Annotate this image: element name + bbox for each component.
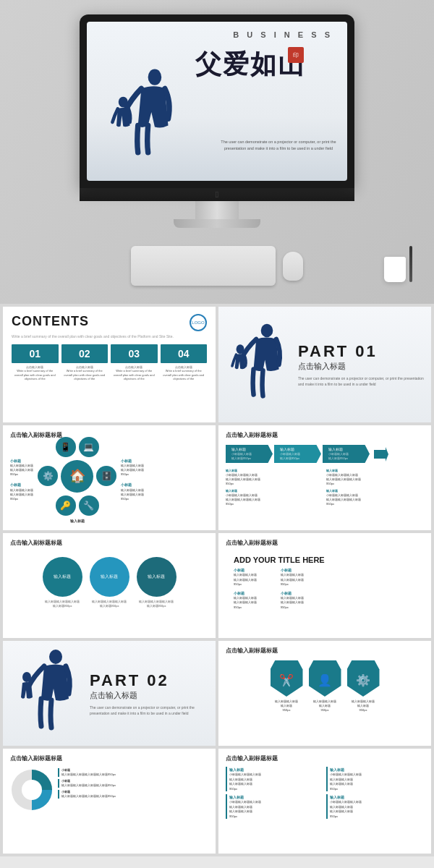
- box-desc-1: 点击输入标题Write a brief summary of the overa…: [12, 365, 59, 381]
- arrow-1: 输入标题小标题输入标题输入标题950px: [226, 445, 273, 463]
- shield-shape-3: ⚙️: [347, 660, 380, 697]
- b2-item-3: 输入标题小标题输入标题输入标题输入标题输入标题输入标题输入标题950px: [226, 794, 323, 819]
- shields-row: ✂️ 输入标题输入标题输入标题950px 👤 输入标题输入标题输入标题950px…: [226, 660, 424, 712]
- b2-item-2: 输入标题小标题输入标题输入标题输入标题输入标题输入标题输入标题950px: [326, 767, 424, 791]
- tg-4: 输入标题小标题输入标题输入标题输入标题输入标题输入标题950px: [326, 489, 424, 506]
- part02-content: PART 02 点击输入标题 The user can demonstrate …: [82, 671, 208, 716]
- image-text-row: ADD YOUR TITLE HERE 小标题输入标题输入标题输入标题输入标题9…: [226, 551, 424, 623]
- shield-shape-2: 👤: [309, 660, 341, 697]
- bottom-2-grid: 输入标题小标题输入标题输入标题输入标题输入标题输入标题输入标题950px 输入标…: [226, 767, 424, 819]
- shield-3: ⚙️ 输入标题输入标题输入标题950px: [347, 660, 380, 712]
- keyboard-area: [131, 246, 303, 286]
- bti-1: 小标题输入标题输入标题输入标题输入标题950px: [58, 768, 208, 777]
- box-desc-3: 点击输入标题Write a brief summary of the overa…: [111, 365, 158, 381]
- monitor-frame: B U S I N E S S 父爱如山: [80, 14, 354, 188]
- screen-desc: The user can demonstrate on a projector …: [221, 139, 336, 152]
- arrow-3: 输入标题小标题输入标题输入标题950px: [323, 445, 370, 463]
- left-label-2: 小标题 输入标题输入标题输入标题输入标题950px: [10, 482, 33, 501]
- shield-label-2: 输入标题输入标题输入标题950px: [313, 699, 336, 712]
- part01-number: PART 01: [298, 342, 424, 361]
- part02-title: 点击输入标题: [90, 690, 208, 701]
- slide-icons-diagram: 点击输入副标题标题 小标题 输入标题输入标题输入标题输入标题950px 小标题 …: [3, 425, 216, 530]
- icon-bottom-right: 🔧: [79, 495, 99, 516]
- part02-number: PART 02: [90, 671, 208, 690]
- arrows-container: 输入标题小标题输入标题输入标题950px 输入标题小标题输入标题输入标题950p…: [226, 445, 424, 506]
- circle-2: 输入标题 输入标题输入标题输入标题输入标题950px: [90, 557, 129, 608]
- bti-3: 小标题输入标题输入标题输入标题输入标题950px: [58, 790, 208, 799]
- part01-silhouette: [226, 321, 291, 408]
- circle-desc-2: 输入标题输入标题输入标题输入标题950px: [92, 600, 127, 608]
- monitor-screen: B U S I N E S S 父爱如山: [87, 22, 347, 181]
- left-labels: 小标题 输入标题输入标题输入标题输入标题950px 小标题 输入标题输入标题输入…: [10, 459, 33, 501]
- part01-title: 点击输入标题: [298, 361, 424, 372]
- slide-bottom-2: 点击输入副标题标题 输入标题小标题输入标题输入标题输入标题输入标题输入标题输入标…: [218, 749, 431, 854]
- box-desc-2: 点击输入标题Write a brief summary of the overa…: [61, 365, 109, 381]
- part02-silhouette: [10, 647, 82, 741]
- svg-point-1: [119, 97, 128, 108]
- contents-title: CONTENTS: [12, 314, 89, 329]
- slides-grid: CONTENTS LOGO Write a brief summary of t…: [0, 304, 434, 856]
- slide-contents: CONTENTS LOGO Write a brief summary of t…: [3, 307, 216, 422]
- monitor-section: B U S I N E S S 父爱如山: [0, 0, 434, 304]
- center-icons: 📱 💻 ⚙️ 🏠 🗄️ 🔑 🔧 输入标题: [38, 437, 116, 523]
- screen-seal: 印: [288, 47, 304, 63]
- box-label-3: 03: [111, 344, 158, 363]
- left-label-1: 小标题 输入标题输入标题输入标题输入标题950px: [10, 459, 33, 477]
- screen-silhouette-svg: [101, 65, 188, 159]
- bottom-text-col: 小标题输入标题输入标题输入标题输入标题950px 小标题输入标题输入标题输入标题…: [58, 768, 208, 799]
- part01-content: PART 01 点击输入标题 The user can demonstrate …: [291, 342, 424, 387]
- svg-point-5: [49, 650, 62, 664]
- svg-point-2: [261, 324, 273, 337]
- bottom-content-1: 小标题输入标题输入标题输入标题输入标题950px 小标题输入标题输入标题输入标题…: [10, 768, 208, 812]
- contents-subtitle: Write a brief summary of the overall pla…: [12, 334, 207, 340]
- contents-header: CONTENTS LOGO: [12, 314, 207, 331]
- tb-2: 小标题输入标题输入标题输入标题输入标题950px: [281, 567, 325, 587]
- tg-1: 输入标题小标题输入标题输入标题输入标题输入标题输入标题950px: [226, 469, 323, 486]
- big-circle-3: 输入标题: [137, 557, 176, 597]
- circle-1: 输入标题 输入标题输入标题输入标题输入标题950px: [43, 557, 82, 608]
- big-circle-1: 输入标题: [43, 557, 82, 597]
- contents-boxes: 01 点击输入标题Write a brief summary of the ov…: [12, 344, 207, 381]
- tg-3: 输入标题小标题输入标题输入标题输入标题输入标题输入标题950px: [226, 489, 323, 506]
- svg-point-8: [22, 780, 42, 800]
- slide-circles: 点击输入副标题标题 输入标题 输入标题输入标题输入标题输入标题950px 输入标…: [3, 533, 216, 638]
- slide-b2-heading: 点击输入副标题标题: [226, 754, 424, 762]
- tb-3: 小标题输入标题输入标题输入标题输入标题950px: [234, 590, 278, 610]
- mouse: [283, 252, 303, 281]
- monitor-chin: : [80, 188, 354, 201]
- slide8-heading: 点击输入副标题标题: [226, 647, 424, 655]
- slide-arrows: 点击输入副标题标题 输入标题小标题输入标题输入标题950px 输入标题小标题输入…: [218, 425, 431, 530]
- monitor-stand-neck: [195, 201, 239, 219]
- box-label-1: 01: [12, 344, 59, 363]
- arrow-2: 输入标题小标题输入标题输入标题950px: [274, 445, 321, 463]
- keyboard: [131, 246, 276, 286]
- slide5-heading: 点击输入副标题标题: [10, 539, 208, 547]
- part01-desc: The user can demonstrate on a projector …: [298, 375, 424, 387]
- slide-b1-heading: 点击输入副标题标题: [10, 754, 208, 762]
- logo-text: LOGO: [192, 320, 204, 325]
- part02-desc: The user can demonstrate on a projector …: [90, 705, 208, 716]
- shield-1: ✂️ 输入标题输入标题输入标题950px: [271, 660, 303, 712]
- icon-left: ⚙️: [38, 466, 58, 486]
- svg-point-6: [22, 672, 31, 682]
- b2-item-4: 输入标题小标题输入标题输入标题输入标题输入标题输入标题输入标题950px: [326, 794, 424, 819]
- circle-3: 输入标题 输入标题输入标题输入标题输入标题950px: [137, 557, 176, 608]
- tb-1: 小标题输入标题输入标题输入标题输入标题950px: [234, 567, 278, 587]
- box-desc-4: 点击输入标题Write a brief summary of the overa…: [161, 365, 208, 381]
- add-title: ADD YOUR TITLE HERE: [234, 556, 325, 564]
- tg-2: 输入标题小标题输入标题输入标题输入标题输入标题输入标题950px: [326, 469, 424, 486]
- pencil: [409, 246, 412, 282]
- right-label-1: 小标题 输入标题输入标题输入标题输入标题950px: [121, 459, 144, 477]
- slide4-heading: 点击输入副标题标题: [226, 431, 424, 439]
- two-col-text: 小标题输入标题输入标题输入标题输入标题950px 小标题输入标题输入标题输入标题…: [234, 567, 325, 610]
- center-label: 输入标题: [70, 519, 85, 523]
- arrow-icon: [374, 445, 388, 463]
- circle-desc-3: 输入标题输入标题输入标题输入标题950px: [139, 600, 174, 608]
- big-circle-2: 输入标题: [90, 557, 129, 597]
- icon-bottom-left: 🔑: [56, 495, 76, 516]
- circle-desc-1: 输入标题输入标题输入标题输入标题950px: [45, 600, 80, 608]
- monitor-stand-base: [174, 219, 260, 228]
- right-label-2: 小标题 输入标题输入标题输入标题输入标题950px: [121, 482, 144, 501]
- svg-point-0: [148, 69, 162, 85]
- slide-part01: PART 01 点击输入标题 The user can demonstrate …: [218, 307, 431, 422]
